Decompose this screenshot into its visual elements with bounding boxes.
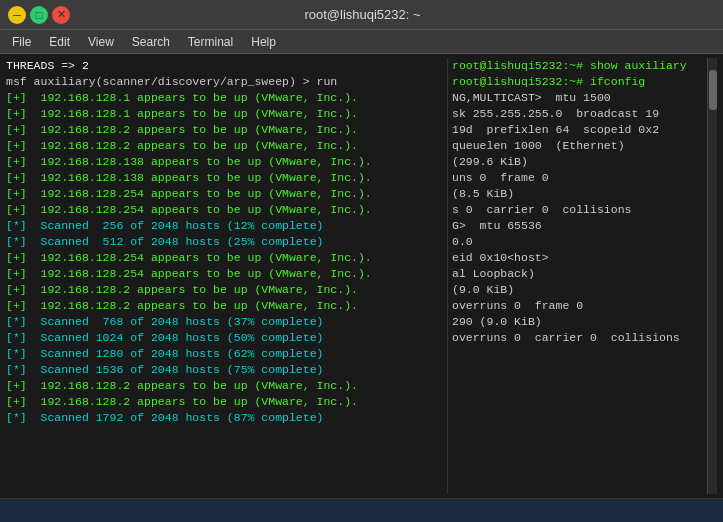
terminal-line: 19d prefixlen 64 scopeid 0x2 [452, 122, 707, 138]
terminal-line: [+] 192.168.128.254 appears to be up (VM… [6, 266, 447, 282]
terminal[interactable]: THREADS => 2msf auxiliary(scanner/discov… [0, 54, 723, 498]
terminal-line: al Loopback) [452, 266, 707, 282]
terminal-line: overruns 0 carrier 0 collisions [452, 330, 707, 346]
window-title: root@lishuqi5232: ~ [70, 7, 655, 22]
terminal-line: 0.0 [452, 234, 707, 250]
terminal-line: (8.5 KiB) [452, 186, 707, 202]
terminal-line: [*] Scanned 1280 of 2048 hosts (62% comp… [6, 346, 447, 362]
terminal-line: root@lishuqi5232:~# show auxiliary [452, 58, 707, 74]
terminal-line: [*] Scanned 1024 of 2048 hosts (50% comp… [6, 330, 447, 346]
terminal-line: overruns 0 frame 0 [452, 298, 707, 314]
terminal-line: s 0 carrier 0 collisions [452, 202, 707, 218]
maximize-button[interactable]: □ [30, 6, 48, 24]
scrollbar-thumb[interactable] [709, 70, 717, 110]
terminal-line: [+] 192.168.128.254 appears to be up (VM… [6, 250, 447, 266]
terminal-line: (299.6 KiB) [452, 154, 707, 170]
scrollbar[interactable] [707, 58, 717, 494]
menu-help[interactable]: Help [243, 33, 284, 51]
terminal-left-panel: THREADS => 2msf auxiliary(scanner/discov… [6, 58, 447, 494]
menu-bar: File Edit View Search Terminal Help [0, 30, 723, 54]
terminal-line: queuelen 1000 (Ethernet) [452, 138, 707, 154]
terminal-line: root@lishuqi5232:~# ifconfig [452, 74, 707, 90]
terminal-line: [+] 192.168.128.254 appears to be up (VM… [6, 186, 447, 202]
close-button[interactable]: ✕ [52, 6, 70, 24]
terminal-line: sk 255.255.255.0 broadcast 19 [452, 106, 707, 122]
title-bar: ─ □ ✕ root@lishuqi5232: ~ [0, 0, 723, 30]
terminal-line: eid 0x10<host> [452, 250, 707, 266]
terminal-line: THREADS => 2 [6, 58, 447, 74]
taskbar [0, 498, 723, 522]
minimize-button[interactable]: ─ [8, 6, 26, 24]
menu-terminal[interactable]: Terminal [180, 33, 241, 51]
menu-edit[interactable]: Edit [41, 33, 78, 51]
terminal-line: [+] 192.168.128.2 appears to be up (VMwa… [6, 394, 447, 410]
terminal-line: [+] 192.168.128.138 appears to be up (VM… [6, 170, 447, 186]
terminal-line: [+] 192.168.128.2 appears to be up (VMwa… [6, 122, 447, 138]
menu-search[interactable]: Search [124, 33, 178, 51]
terminal-line: 290 (9.0 KiB) [452, 314, 707, 330]
terminal-line: (9.0 KiB) [452, 282, 707, 298]
terminal-line: NG,MULTICAST> mtu 1500 [452, 90, 707, 106]
terminal-right-panel: root@lishuqi5232:~# show auxiliaryroot@l… [447, 58, 707, 494]
terminal-line: [+] 192.168.128.138 appears to be up (VM… [6, 154, 447, 170]
menu-view[interactable]: View [80, 33, 122, 51]
terminal-line: [+] 192.168.128.2 appears to be up (VMwa… [6, 298, 447, 314]
terminal-line: [+] 192.168.128.254 appears to be up (VM… [6, 202, 447, 218]
terminal-line: [+] 192.168.128.2 appears to be up (VMwa… [6, 138, 447, 154]
terminal-line: [*] Scanned 512 of 2048 hosts (25% compl… [6, 234, 447, 250]
window-controls: ─ □ ✕ [8, 6, 70, 24]
terminal-line: [*] Scanned 256 of 2048 hosts (12% compl… [6, 218, 447, 234]
terminal-line: msf auxiliary(scanner/discovery/arp_swee… [6, 74, 447, 90]
menu-file[interactable]: File [4, 33, 39, 51]
terminal-line: [+] 192.168.128.1 appears to be up (VMwa… [6, 106, 447, 122]
terminal-line: G> mtu 65536 [452, 218, 707, 234]
terminal-line: [+] 192.168.128.2 appears to be up (VMwa… [6, 378, 447, 394]
terminal-line: [*] Scanned 1536 of 2048 hosts (75% comp… [6, 362, 447, 378]
terminal-line: [+] 192.168.128.1 appears to be up (VMwa… [6, 90, 447, 106]
terminal-line: [+] 192.168.128.2 appears to be up (VMwa… [6, 282, 447, 298]
terminal-line: [*] Scanned 768 of 2048 hosts (37% compl… [6, 314, 447, 330]
terminal-line: uns 0 frame 0 [452, 170, 707, 186]
terminal-line: [*] Scanned 1792 of 2048 hosts (87% comp… [6, 410, 447, 426]
